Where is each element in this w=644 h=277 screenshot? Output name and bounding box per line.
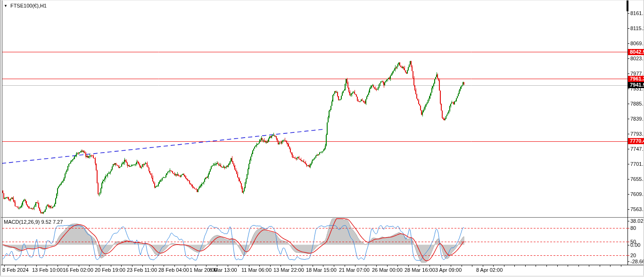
time-axis-tick [174,265,175,267]
price-axis-label: 7701.2 [630,161,644,167]
time-axis-tick [366,265,366,267]
time-axis-tick [36,265,37,267]
price-axis-tick [627,179,629,179]
time-axis[interactable]: 8 Feb 202413 Feb 10:0016 Feb 02:0020 Feb… [0,265,644,276]
time-axis-label: 8 Apr 02:00 [476,267,503,273]
time-axis-tick [610,265,611,267]
time-axis-tick [334,265,334,267]
price-axis-tick [627,194,629,195]
macd-axis-label: 38.02 [630,218,644,224]
macd-level-tick [627,242,629,242]
time-axis-tick [376,265,377,267]
price-axis-tick [627,13,629,14]
price-axis-tick [627,134,629,134]
time-axis-tick [504,265,504,267]
time-axis-label: 11 Mar 06:00 [241,267,272,273]
time-axis-tick [429,265,430,267]
price-axis-label: 7793.2 [630,131,644,137]
price-axis-tick [627,58,629,59]
price-axis-label: 8023.2 [630,56,644,61]
time-axis-tick [206,265,206,267]
time-axis-label: 28 Feb 04:00 [158,267,189,273]
price-axis-tick [627,89,629,89]
price-axis-tick [627,73,629,74]
current-price-tag: 7941.9 [628,82,644,88]
time-axis-label: 18 Mar 15:00 [306,267,337,273]
time-axis-tick [462,265,462,267]
time-axis-tick [89,265,90,267]
time-axis-tick [621,265,621,267]
time-axis-tick [557,265,558,267]
price-axis-tick [627,28,629,29]
time-axis-tick [525,265,526,267]
time-axis-tick [185,265,185,267]
time-axis-tick [323,265,323,267]
chart-title-row[interactable]: ▼FTSE100(€),H1 [4,3,47,8]
time-axis-tick [79,265,79,267]
time-axis-tick [472,265,472,267]
price-level-tag: 7961.3 [628,76,644,82]
time-axis-tick [281,265,281,267]
macd-level-label: 80 [630,225,636,231]
macd-axis[interactable]: 38.020.00-28.66805020 [628,218,644,265]
time-axis-tick [483,265,483,267]
time-axis-line [0,265,644,265]
price-axis-tick [627,149,629,149]
time-axis-label: 20 Feb 19:00 [95,267,125,273]
price-axis-tick [627,209,629,210]
macd-axis-tick [627,245,629,245]
time-axis-tick [589,265,589,267]
time-axis-tick [568,265,568,267]
time-axis-tick [217,265,217,267]
price-chart-canvas[interactable] [0,0,627,265]
time-axis-tick [313,265,313,267]
time-axis-label: 6 Mar 13:00 [209,267,237,273]
time-axis-tick [270,265,271,267]
time-axis-label: 26 Mar 00:00 [372,267,403,273]
macd-axis-label: -28.66 [630,259,644,264]
time-axis-tick [440,265,441,267]
chart-window: ▼FTSE100(€),H1 MACD(12,26,9) 9.52 7.27 8… [0,0,644,277]
time-axis-tick [259,265,260,267]
time-axis-tick [25,265,26,267]
time-axis-tick [153,265,154,267]
price-axis-label: 8115.2 [630,25,644,31]
time-axis-tick [345,265,345,267]
time-axis-tick [15,265,16,267]
price-level-tag: 8042.9 [628,49,644,55]
time-axis-label: 13 Mar 22:00 [273,267,304,273]
price-axis-label: 7839.2 [630,116,644,122]
price-axis-label: 8069.2 [630,41,644,46]
time-axis-tick [536,265,536,267]
time-axis-tick [419,265,419,267]
time-axis-label: 28 Mar 16:00 [405,267,435,273]
time-axis-label: 3 Apr 09:00 [435,267,462,273]
time-axis-tick [164,265,164,267]
time-axis-tick [238,265,239,267]
price-axis-label: 7563.2 [630,206,644,212]
time-axis-tick [387,265,388,267]
price-axis-tick [627,43,629,44]
price-axis-label: 7609.2 [630,191,644,197]
time-axis-tick [397,265,398,267]
time-axis-tick [514,265,515,267]
price-axis-tick [627,119,629,119]
price-axis-tick [627,104,629,104]
price-axis-label: 7747.2 [630,146,644,152]
time-axis-tick [68,265,68,267]
time-axis-tick [408,265,409,267]
time-axis-tick [4,265,5,267]
price-axis-label: 7885.2 [630,101,644,106]
price-axis[interactable]: 8161.28115.28069.28023.27977.27931.27885… [628,0,644,217]
macd-level-label: 50 [630,239,636,244]
macd-level-tick [627,228,629,228]
time-axis-tick [600,265,600,267]
macd-level-tick [627,255,629,256]
time-axis-tick [100,265,100,267]
macd-indicator-label: MACD(12,26,9) 9.52 7.27 [4,219,63,225]
macd-axis-tick [627,261,629,262]
macd-level-label: 20 [630,253,636,258]
price-axis-label: 8161.2 [630,10,644,16]
time-axis-label: 13 Feb 10:00 [32,267,63,273]
price-axis-label: 7655.2 [630,176,644,182]
